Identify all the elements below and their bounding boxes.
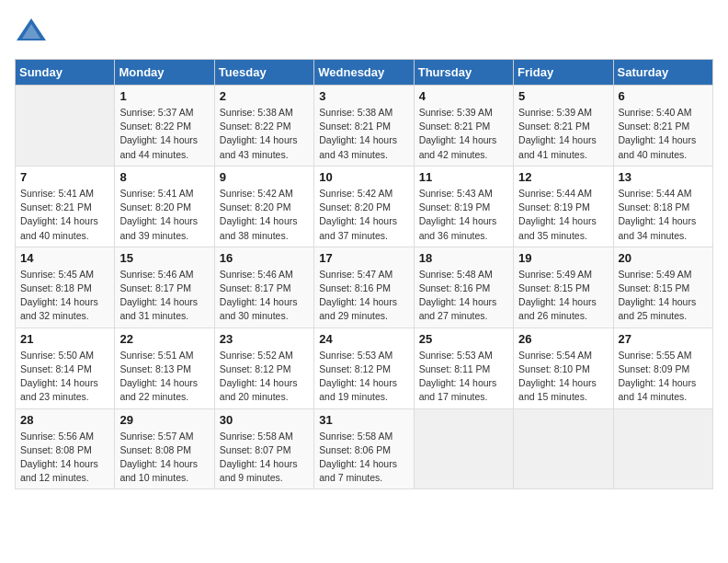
day-number: 31 xyxy=(319,413,408,427)
day-number: 29 xyxy=(119,413,209,427)
calendar-cell: 4Sunrise: 5:39 AM Sunset: 8:21 PM Daylig… xyxy=(414,86,513,167)
calendar-cell xyxy=(613,408,712,489)
calendar-cell: 13Sunrise: 5:44 AM Sunset: 8:18 PM Dayli… xyxy=(613,166,712,247)
calendar-cell: 24Sunrise: 5:53 AM Sunset: 8:12 PM Dayli… xyxy=(314,327,414,408)
day-number: 4 xyxy=(419,89,508,103)
calendar-cell: 28Sunrise: 5:56 AM Sunset: 8:08 PM Dayli… xyxy=(16,408,115,489)
day-info: Sunrise: 5:54 AM Sunset: 8:10 PM Dayligh… xyxy=(518,349,608,405)
calendar-cell: 15Sunrise: 5:46 AM Sunset: 8:17 PM Dayli… xyxy=(115,247,214,327)
calendar-cell: 14Sunrise: 5:45 AM Sunset: 8:18 PM Dayli… xyxy=(16,247,115,327)
calendar-header-saturday: Saturday xyxy=(613,60,712,86)
logo xyxy=(15,15,51,48)
day-number: 30 xyxy=(220,413,309,427)
day-info: Sunrise: 5:40 AM Sunset: 8:21 PM Dayligh… xyxy=(619,106,708,162)
calendar-cell: 5Sunrise: 5:39 AM Sunset: 8:21 PM Daylig… xyxy=(514,86,613,167)
day-info: Sunrise: 5:37 AM Sunset: 8:22 PM Dayligh… xyxy=(119,106,209,162)
calendar-cell: 12Sunrise: 5:44 AM Sunset: 8:19 PM Dayli… xyxy=(514,166,613,247)
day-info: Sunrise: 5:45 AM Sunset: 8:18 PM Dayligh… xyxy=(20,268,109,324)
day-number: 3 xyxy=(319,89,408,103)
day-info: Sunrise: 5:42 AM Sunset: 8:20 PM Dayligh… xyxy=(220,187,309,243)
calendar-header-wednesday: Wednesday xyxy=(314,60,414,86)
calendar-table: SundayMondayTuesdayWednesdayThursdayFrid… xyxy=(15,59,713,489)
day-info: Sunrise: 5:53 AM Sunset: 8:11 PM Dayligh… xyxy=(419,349,508,405)
calendar-cell: 22Sunrise: 5:51 AM Sunset: 8:13 PM Dayli… xyxy=(115,327,214,408)
calendar-header-sunday: Sunday xyxy=(16,60,115,86)
day-number: 6 xyxy=(619,89,708,103)
calendar-header-monday: Monday xyxy=(115,60,214,86)
day-number: 18 xyxy=(419,251,508,265)
day-info: Sunrise: 5:52 AM Sunset: 8:12 PM Dayligh… xyxy=(220,349,309,405)
calendar-cell: 23Sunrise: 5:52 AM Sunset: 8:12 PM Dayli… xyxy=(214,327,313,408)
day-info: Sunrise: 5:47 AM Sunset: 8:16 PM Dayligh… xyxy=(319,268,408,324)
calendar-week-row: 21Sunrise: 5:50 AM Sunset: 8:14 PM Dayli… xyxy=(16,327,713,408)
day-number: 8 xyxy=(119,170,209,184)
day-number: 14 xyxy=(20,251,109,265)
day-number: 22 xyxy=(119,332,209,346)
calendar-header-tuesday: Tuesday xyxy=(214,60,313,86)
day-number: 17 xyxy=(319,251,408,265)
day-info: Sunrise: 5:46 AM Sunset: 8:17 PM Dayligh… xyxy=(220,268,309,324)
day-info: Sunrise: 5:55 AM Sunset: 8:09 PM Dayligh… xyxy=(619,349,708,405)
day-number: 21 xyxy=(20,332,109,346)
calendar-week-row: 14Sunrise: 5:45 AM Sunset: 8:18 PM Dayli… xyxy=(16,247,713,327)
calendar-header-thursday: Thursday xyxy=(414,60,513,86)
calendar-cell: 3Sunrise: 5:38 AM Sunset: 8:21 PM Daylig… xyxy=(314,86,414,167)
day-info: Sunrise: 5:50 AM Sunset: 8:14 PM Dayligh… xyxy=(20,349,109,405)
day-info: Sunrise: 5:53 AM Sunset: 8:12 PM Dayligh… xyxy=(319,349,408,405)
day-info: Sunrise: 5:57 AM Sunset: 8:08 PM Dayligh… xyxy=(119,430,209,486)
calendar-cell: 10Sunrise: 5:42 AM Sunset: 8:20 PM Dayli… xyxy=(314,166,414,247)
calendar-cell: 21Sunrise: 5:50 AM Sunset: 8:14 PM Dayli… xyxy=(16,327,115,408)
day-info: Sunrise: 5:43 AM Sunset: 8:19 PM Dayligh… xyxy=(419,187,508,243)
calendar-cell: 31Sunrise: 5:58 AM Sunset: 8:06 PM Dayli… xyxy=(314,408,414,489)
calendar-cell: 26Sunrise: 5:54 AM Sunset: 8:10 PM Dayli… xyxy=(514,327,613,408)
day-info: Sunrise: 5:49 AM Sunset: 8:15 PM Dayligh… xyxy=(518,268,608,324)
calendar-cell: 30Sunrise: 5:58 AM Sunset: 8:07 PM Dayli… xyxy=(214,408,313,489)
day-info: Sunrise: 5:39 AM Sunset: 8:21 PM Dayligh… xyxy=(419,106,508,162)
day-number: 23 xyxy=(220,332,309,346)
calendar-header-row: SundayMondayTuesdayWednesdayThursdayFrid… xyxy=(16,60,713,86)
day-number: 5 xyxy=(518,89,608,103)
day-info: Sunrise: 5:46 AM Sunset: 8:17 PM Dayligh… xyxy=(119,268,209,324)
day-info: Sunrise: 5:48 AM Sunset: 8:16 PM Dayligh… xyxy=(419,268,508,324)
logo-icon xyxy=(15,15,48,48)
calendar-cell: 25Sunrise: 5:53 AM Sunset: 8:11 PM Dayli… xyxy=(414,327,513,408)
calendar-cell: 2Sunrise: 5:38 AM Sunset: 8:22 PM Daylig… xyxy=(214,86,313,167)
calendar-cell: 29Sunrise: 5:57 AM Sunset: 8:08 PM Dayli… xyxy=(115,408,214,489)
day-number: 9 xyxy=(220,170,309,184)
day-number: 12 xyxy=(518,170,608,184)
calendar-cell xyxy=(414,408,513,489)
day-info: Sunrise: 5:44 AM Sunset: 8:18 PM Dayligh… xyxy=(619,187,708,243)
calendar-cell: 16Sunrise: 5:46 AM Sunset: 8:17 PM Dayli… xyxy=(214,247,313,327)
calendar-cell: 9Sunrise: 5:42 AM Sunset: 8:20 PM Daylig… xyxy=(214,166,313,247)
calendar-cell: 7Sunrise: 5:41 AM Sunset: 8:21 PM Daylig… xyxy=(16,166,115,247)
day-info: Sunrise: 5:51 AM Sunset: 8:13 PM Dayligh… xyxy=(119,349,209,405)
day-info: Sunrise: 5:41 AM Sunset: 8:21 PM Dayligh… xyxy=(20,187,109,243)
calendar-header-friday: Friday xyxy=(514,60,613,86)
day-info: Sunrise: 5:58 AM Sunset: 8:07 PM Dayligh… xyxy=(220,430,309,486)
calendar-cell xyxy=(514,408,613,489)
day-info: Sunrise: 5:41 AM Sunset: 8:20 PM Dayligh… xyxy=(119,187,209,243)
day-info: Sunrise: 5:38 AM Sunset: 8:21 PM Dayligh… xyxy=(319,106,408,162)
day-number: 1 xyxy=(119,89,209,103)
calendar-cell: 11Sunrise: 5:43 AM Sunset: 8:19 PM Dayli… xyxy=(414,166,513,247)
page-header xyxy=(15,15,713,48)
day-number: 2 xyxy=(220,89,309,103)
day-info: Sunrise: 5:39 AM Sunset: 8:21 PM Dayligh… xyxy=(518,106,608,162)
calendar-week-row: 7Sunrise: 5:41 AM Sunset: 8:21 PM Daylig… xyxy=(16,166,713,247)
day-number: 10 xyxy=(319,170,408,184)
calendar-cell xyxy=(16,86,115,167)
day-number: 16 xyxy=(220,251,309,265)
day-info: Sunrise: 5:56 AM Sunset: 8:08 PM Dayligh… xyxy=(20,430,109,486)
day-number: 26 xyxy=(518,332,608,346)
day-number: 20 xyxy=(619,251,708,265)
day-number: 24 xyxy=(319,332,408,346)
day-info: Sunrise: 5:42 AM Sunset: 8:20 PM Dayligh… xyxy=(319,187,408,243)
calendar-cell: 17Sunrise: 5:47 AM Sunset: 8:16 PM Dayli… xyxy=(314,247,414,327)
day-number: 7 xyxy=(20,170,109,184)
day-number: 15 xyxy=(119,251,209,265)
day-info: Sunrise: 5:49 AM Sunset: 8:15 PM Dayligh… xyxy=(619,268,708,324)
calendar-week-row: 28Sunrise: 5:56 AM Sunset: 8:08 PM Dayli… xyxy=(16,408,713,489)
day-info: Sunrise: 5:44 AM Sunset: 8:19 PM Dayligh… xyxy=(518,187,608,243)
calendar-cell: 6Sunrise: 5:40 AM Sunset: 8:21 PM Daylig… xyxy=(613,86,712,167)
calendar-cell: 1Sunrise: 5:37 AM Sunset: 8:22 PM Daylig… xyxy=(115,86,214,167)
